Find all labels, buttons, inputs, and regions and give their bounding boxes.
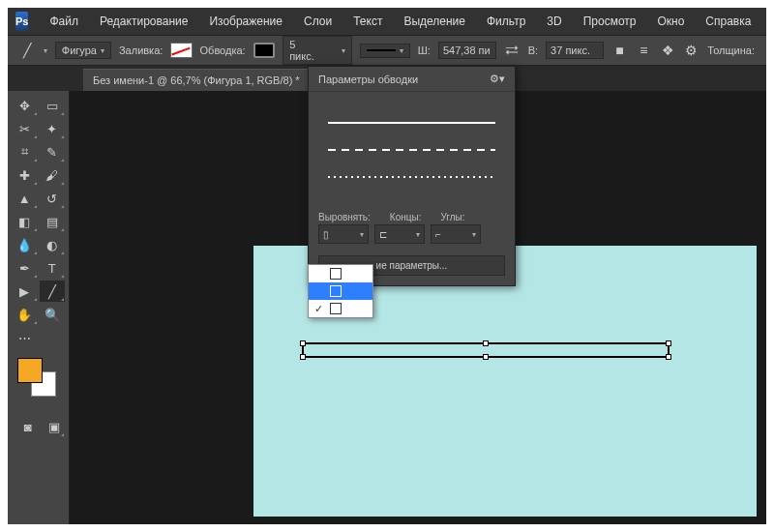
- width-label: Ш:: [418, 44, 431, 56]
- move-tool[interactable]: ✥: [12, 95, 38, 116]
- transform-handle[interactable]: [483, 354, 489, 360]
- color-swatches[interactable]: [17, 358, 56, 397]
- zoom-tool[interactable]: 🔍: [40, 304, 66, 325]
- stroke-width-select[interactable]: 5 пикс. ▾: [283, 36, 352, 65]
- corner-miter-icon: ⌐: [435, 229, 441, 240]
- stroke-style-select[interactable]: ▾: [360, 44, 410, 58]
- transform-handle[interactable]: [300, 354, 306, 360]
- corners-label: Углы:: [440, 212, 464, 222]
- menu-3d[interactable]: 3D: [537, 11, 571, 32]
- transform-handle[interactable]: [666, 354, 671, 360]
- quickmask-tool[interactable]: ◙: [17, 416, 39, 437]
- transform-handle[interactable]: [300, 340, 306, 346]
- blur-tool[interactable]: 💧: [12, 234, 38, 255]
- arrange-icon[interactable]: ❖: [660, 41, 676, 60]
- menu-select[interactable]: Выделение: [394, 11, 475, 32]
- chevron-down-icon: ▾: [342, 46, 345, 55]
- thickness-label: Толщина:: [707, 44, 755, 56]
- screenmode-tool[interactable]: ▣: [45, 416, 66, 437]
- stroke-preset-dashed[interactable]: [328, 136, 495, 163]
- gradient-tool[interactable]: ▤: [40, 211, 66, 232]
- align-center-icon: [330, 285, 342, 297]
- gear-icon[interactable]: ⚙: [684, 41, 700, 60]
- cap-butt-icon: ⊏: [379, 229, 387, 240]
- options-bar: ╱ ▾ Фигура ▾ Заливка: Обводка: 5 пикс. ▾…: [8, 35, 766, 66]
- menu-filter[interactable]: Фильтр: [477, 11, 535, 32]
- shape-mode-label: Фигура: [62, 44, 97, 56]
- menu-bar: Ps Файл Редактирование Изображение Слои …: [8, 8, 766, 35]
- type-tool[interactable]: T: [40, 257, 66, 279]
- align-option-center[interactable]: [309, 282, 372, 300]
- shape-mode-select[interactable]: Фигура ▾: [55, 42, 111, 59]
- eraser-tool[interactable]: ◧: [12, 211, 38, 232]
- fill-swatch[interactable]: [170, 43, 192, 58]
- tool-preset-icon[interactable]: ╱: [19, 41, 36, 60]
- crop-tool[interactable]: ⌗: [12, 141, 38, 163]
- height-label: В:: [528, 44, 538, 56]
- transform-handle[interactable]: [483, 340, 489, 346]
- wand-tool[interactable]: ✦: [40, 118, 66, 139]
- stroke-preset-solid[interactable]: [328, 109, 495, 136]
- gear-icon[interactable]: ⚙▾: [490, 73, 505, 85]
- menu-file[interactable]: Файл: [40, 11, 88, 32]
- line-preview-icon: [367, 49, 396, 51]
- stroke-width-value: 5 пикс.: [289, 39, 317, 62]
- corners-select[interactable]: ⌐▾: [431, 224, 481, 244]
- menu-image[interactable]: Изображение: [199, 11, 292, 32]
- align-dropdown: ✓: [308, 264, 373, 318]
- menu-window[interactable]: Окно: [647, 11, 694, 32]
- chevron-down-icon[interactable]: ▾: [44, 46, 47, 55]
- pen-tool[interactable]: ✒: [12, 257, 38, 279]
- document-tab[interactable]: Без имени-1 @ 66,7% (Фигура 1, RGB/8) *: [83, 69, 310, 91]
- stroke-label: Обводка:: [200, 44, 246, 56]
- eyedropper-tool[interactable]: ✎: [40, 141, 66, 163]
- width-input[interactable]: [438, 42, 496, 59]
- height-input[interactable]: [546, 42, 604, 59]
- align-icon[interactable]: ≡: [636, 41, 652, 60]
- align-label: Выровнять:: [318, 212, 371, 222]
- link-wh-icon[interactable]: ⮂: [504, 41, 521, 60]
- hand-tool[interactable]: ✋: [12, 304, 38, 325]
- caps-label: Концы:: [390, 212, 422, 222]
- heal-tool[interactable]: ✚: [12, 164, 38, 186]
- foreground-swatch[interactable]: [17, 358, 43, 383]
- menu-edit[interactable]: Редактирование: [90, 11, 197, 32]
- align-option-outside[interactable]: ✓: [309, 300, 372, 317]
- stamp-tool[interactable]: ▲: [12, 188, 38, 209]
- align-inside-icon: ▯: [323, 229, 329, 240]
- app-window: Ps Файл Редактирование Изображение Слои …: [8, 8, 766, 524]
- edit-toolbar[interactable]: ⋯: [12, 327, 38, 348]
- dodge-tool[interactable]: ◐: [40, 234, 66, 255]
- fill-label: Заливка:: [119, 44, 163, 56]
- align-option-inside[interactable]: [309, 265, 372, 282]
- menu-help[interactable]: Справка: [696, 11, 760, 32]
- chevron-down-icon: ▾: [400, 46, 403, 55]
- path-select-tool[interactable]: ▶: [12, 281, 38, 302]
- stroke-swatch[interactable]: [253, 43, 276, 58]
- align-inside-icon: [330, 268, 342, 280]
- transform-handle[interactable]: [666, 340, 671, 346]
- stroke-presets: [309, 92, 515, 208]
- lasso-tool[interactable]: ✂: [12, 118, 38, 139]
- align-select[interactable]: ▯▾: [318, 224, 369, 244]
- menu-text[interactable]: Текст: [343, 11, 392, 32]
- menu-view[interactable]: Просмотр: [574, 11, 646, 32]
- line-tool[interactable]: ╱: [40, 281, 66, 302]
- chevron-down-icon: ▾: [101, 46, 104, 55]
- stroke-options-panel: Параметры обводки ⚙▾ Выровнять: Концы: У…: [308, 66, 516, 286]
- caps-select[interactable]: ⊏▾: [374, 224, 425, 244]
- path-ops-icon[interactable]: ■: [611, 41, 628, 60]
- marquee-tool[interactable]: ▭: [40, 95, 66, 116]
- panel-title: Параметры обводки: [318, 74, 418, 85]
- toolbox: ✥ ▭ ✂ ✦ ⌗ ✎ ✚ 🖌 ▲ ↺ ◧ ▤: [8, 91, 70, 524]
- app-logo[interactable]: Ps: [15, 12, 28, 31]
- menu-layers[interactable]: Слои: [294, 11, 342, 32]
- align-outside-icon: [330, 303, 342, 314]
- stroke-preset-dotted[interactable]: [328, 163, 495, 191]
- history-brush-tool[interactable]: ↺: [40, 188, 66, 209]
- shape-rectangle[interactable]: [302, 342, 670, 358]
- brush-tool[interactable]: 🖌: [40, 164, 66, 186]
